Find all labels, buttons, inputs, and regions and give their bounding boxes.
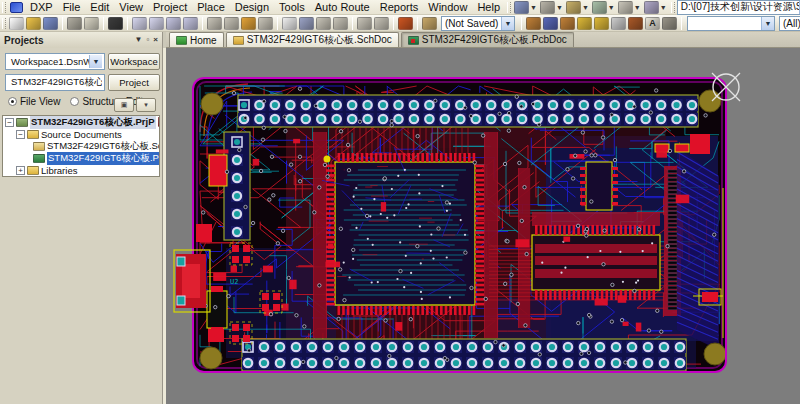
tree-row-source-documents[interactable]: − Source Documents xyxy=(3,128,159,140)
chevron-down-icon[interactable]: ▼ xyxy=(501,17,514,30)
zoom-selected-icon[interactable] xyxy=(183,17,198,30)
toolbar-group-4-icon[interactable] xyxy=(592,1,607,14)
chevron-down-icon[interactable]: ▼ xyxy=(761,17,774,30)
paste-icon[interactable] xyxy=(241,17,256,30)
toolbar-grip[interactable] xyxy=(2,18,6,29)
menu-edit[interactable]: Edit xyxy=(85,0,114,15)
collapse-icon[interactable]: − xyxy=(5,118,14,127)
top-pin-header[interactable] xyxy=(238,95,698,127)
tree-row-pcbdoc[interactable]: STM32F429IGT6核心板.Pc xyxy=(3,152,159,164)
usb-connector[interactable] xyxy=(174,250,210,312)
toolbar-group-5-icon[interactable] xyxy=(618,1,633,14)
print-preview-icon[interactable] xyxy=(84,17,99,30)
pcb-editor-area[interactable]: USBU2 xyxy=(166,48,800,404)
toolbar-grip[interactable] xyxy=(507,2,511,13)
bottom-pin-header[interactable] xyxy=(242,339,686,371)
tree-row-project[interactable]: − STM32F429IGT6核心板.PrjP xyxy=(3,116,159,128)
menu-tools[interactable]: Tools xyxy=(274,0,310,15)
cut-icon[interactable] xyxy=(207,17,222,30)
new-document-icon[interactable] xyxy=(9,17,24,30)
open-document-icon[interactable] xyxy=(26,17,41,30)
menu-items-host: DXPFileEditViewProjectPlaceDesignToolsAu… xyxy=(25,0,505,15)
file-view-radio[interactable] xyxy=(8,97,17,106)
place-polygon-icon[interactable] xyxy=(560,17,575,30)
select-area-icon[interactable] xyxy=(282,17,297,30)
menu-help[interactable]: Help xyxy=(472,0,505,15)
workspace-combo[interactable]: Workspace1.DsnWrk ▼ xyxy=(5,53,105,70)
browse-library-icon[interactable] xyxy=(422,17,437,30)
sdram-footprint[interactable] xyxy=(532,225,660,300)
chevron-down-icon[interactable]: ▼ xyxy=(660,4,667,11)
mcu-footprint[interactable] xyxy=(322,147,484,315)
print-icon[interactable] xyxy=(67,17,82,30)
workspace-button[interactable]: Workspace xyxy=(108,53,160,70)
panel-pin-icon[interactable]: ▫ xyxy=(146,35,149,45)
toolbar-group-1-icon[interactable] xyxy=(514,1,529,14)
small-ic-footprint[interactable] xyxy=(580,162,618,210)
edit-select-icon[interactable] xyxy=(543,17,558,30)
menu-design[interactable]: Design xyxy=(230,0,274,15)
place-string-icon[interactable]: A xyxy=(645,17,660,30)
save-icon[interactable] xyxy=(43,17,58,30)
tab-pcb[interactable]: STM32F429IGT6核心板.PcbDoc xyxy=(401,32,574,47)
project-field[interactable]: STM32F429IGT6核心板.PrjPCB xyxy=(5,74,105,91)
redo-icon[interactable] xyxy=(374,17,389,30)
mask-level-combo[interactable]: ▼ xyxy=(687,16,775,31)
place-via-icon[interactable] xyxy=(594,17,609,30)
tree-row-libraries[interactable]: + Libraries xyxy=(3,164,159,176)
tab-sch[interactable]: STM32F429IGT6核心板.SchDoc xyxy=(226,32,399,47)
chevron-down-icon[interactable]: ▼ xyxy=(582,4,589,11)
menu-place[interactable]: Place xyxy=(192,0,230,15)
move-object-icon[interactable] xyxy=(299,17,314,30)
chevron-down-icon[interactable]: ▼ xyxy=(530,4,537,11)
menu-window[interactable]: Window xyxy=(423,0,472,15)
chevron-down-icon[interactable]: ▼ xyxy=(89,55,102,68)
menu-project[interactable]: Project xyxy=(148,0,192,15)
project-button[interactable]: Project xyxy=(108,74,160,91)
toolbar-group-6-icon[interactable] xyxy=(644,1,659,14)
panel-menu-icon[interactable]: ▼ xyxy=(135,35,143,45)
expand-icon[interactable]: + xyxy=(16,166,25,175)
left-pin-header[interactable] xyxy=(224,132,250,240)
copy-icon[interactable] xyxy=(224,17,239,30)
menu-view[interactable]: View xyxy=(114,0,148,15)
tree-row-schdoc[interactable]: STM32F429IGT6核心板.Sc xyxy=(3,140,159,152)
toolbar-grip[interactable] xyxy=(2,2,6,13)
open-project-folder-icon[interactable]: ▾ xyxy=(136,98,156,112)
place-arc-icon[interactable] xyxy=(611,17,626,30)
panel-close-icon[interactable]: × xyxy=(153,35,158,45)
chevron-down-icon[interactable]: ▼ xyxy=(608,4,615,11)
document-path-combo[interactable]: D:\[07]技术创新\设计资源\STM3 ▼ xyxy=(677,0,800,15)
chevron-down-icon[interactable]: ▼ xyxy=(556,4,563,11)
layer-pair-combo[interactable]: (Not Saved) ▼ xyxy=(441,16,515,31)
zoom-area-icon[interactable] xyxy=(149,17,164,30)
pcb-canvas[interactable]: USBU2 xyxy=(166,48,800,404)
menu-dxp[interactable]: DXP xyxy=(25,0,58,15)
zoom-fit-icon[interactable] xyxy=(132,17,147,30)
toolbar-grip[interactable] xyxy=(671,2,675,13)
structure-editor-radio[interactable] xyxy=(70,97,79,106)
chevron-down-icon[interactable]: ▼ xyxy=(634,4,641,11)
filter-combo[interactable]: (All) ▼ xyxy=(779,16,800,31)
menu-auto-route[interactable]: Auto Route xyxy=(310,0,375,15)
collapse-icon[interactable]: − xyxy=(16,130,25,139)
place-pad-icon[interactable] xyxy=(577,17,592,30)
cross-probe-icon[interactable] xyxy=(398,17,413,30)
menu-file[interactable]: File xyxy=(58,0,86,15)
place-dimension-icon[interactable] xyxy=(662,17,677,30)
tab-home[interactable]: Home xyxy=(169,32,224,47)
interactive-routing-icon[interactable] xyxy=(526,17,541,30)
undo-icon[interactable] xyxy=(357,17,372,30)
zoom-in-icon[interactable] xyxy=(166,17,181,30)
menu-reports[interactable]: Reports xyxy=(375,0,424,15)
clear-filter-icon[interactable] xyxy=(333,17,348,30)
browse-eye-icon[interactable] xyxy=(108,17,123,30)
show-documents-icon[interactable]: ▣ xyxy=(114,98,134,112)
toolbar-group-2-icon[interactable] xyxy=(540,1,555,14)
paste-array-icon[interactable] xyxy=(258,17,273,30)
source-documents-label: Source Documents xyxy=(41,129,122,140)
place-fill-icon[interactable] xyxy=(628,17,643,30)
clear-selection-icon[interactable] xyxy=(316,17,331,30)
filter-value: (All) xyxy=(780,18,800,29)
toolbar-group-3-icon[interactable] xyxy=(566,1,581,14)
